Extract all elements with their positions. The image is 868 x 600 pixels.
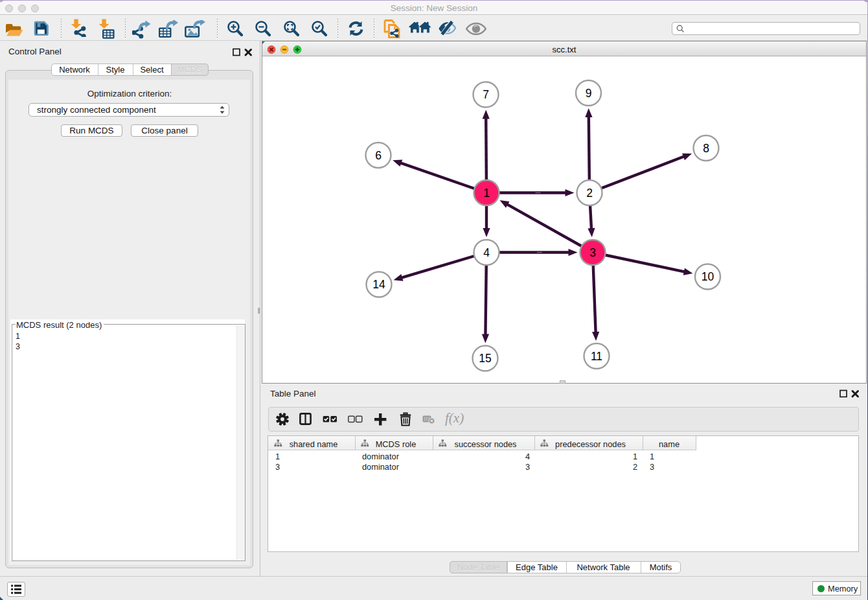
svg-text:4: 4 — [483, 246, 490, 259]
svg-text:8: 8 — [703, 142, 709, 155]
svg-text:10: 10 — [702, 270, 714, 283]
svg-text:7: 7 — [483, 88, 489, 101]
svg-text:9: 9 — [586, 87, 592, 100]
svg-text:15: 15 — [479, 352, 491, 365]
svg-text:14: 14 — [372, 278, 385, 291]
svg-text:11: 11 — [591, 350, 602, 363]
svg-text:6: 6 — [375, 149, 382, 162]
svg-text:1: 1 — [483, 187, 490, 200]
svg-text:2: 2 — [586, 187, 593, 200]
svg-text:3: 3 — [589, 246, 596, 259]
